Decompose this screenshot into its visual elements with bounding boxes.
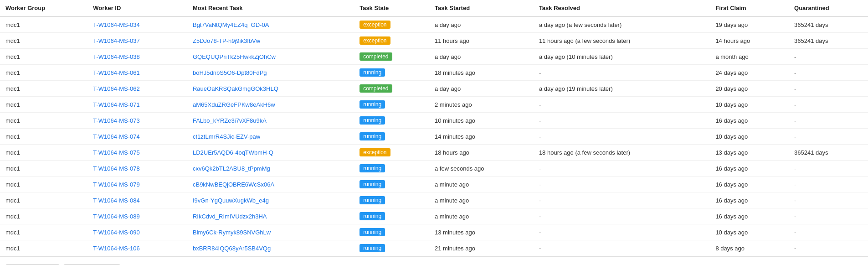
cell-most-recent-task[interactable]: FALbo_kYRZe3i7vXF8u9kA <box>187 113 354 129</box>
task-state-badge: exception <box>360 148 390 156</box>
cell-quarantined: - <box>789 177 868 192</box>
cell-worker-id[interactable]: T-W1064-MS-075 <box>87 145 187 161</box>
cell-first-claim: 24 days ago <box>710 65 789 81</box>
cell-worker-id[interactable]: T-W1064-MS-061 <box>87 65 187 81</box>
worker-id-link[interactable]: T-W1064-MS-089 <box>93 213 140 220</box>
cell-first-claim: 13 days ago <box>710 145 789 161</box>
cell-worker-id[interactable]: T-W1064-MS-038 <box>87 49 187 65</box>
task-link[interactable]: GQEQUQPriTk25HwkkZjOhCw <box>193 53 276 60</box>
cell-most-recent-task[interactable]: Bgt7VaNtQMy4EZ4q_GD-0A <box>187 16 354 33</box>
cell-worker-group: mdc1 <box>0 129 87 145</box>
cell-task-started: 13 minutes ago <box>429 224 534 240</box>
cell-first-claim: 16 days ago <box>710 177 789 192</box>
cell-task-started: a day ago <box>429 16 534 33</box>
cell-task-started: a few seconds ago <box>429 161 534 177</box>
worker-id-link[interactable]: T-W1064-MS-038 <box>93 53 140 60</box>
cell-task-state: completed <box>354 81 429 97</box>
cell-first-claim: 16 days ago <box>710 208 789 224</box>
cell-quarantined: 365241 days <box>789 145 868 161</box>
task-link[interactable]: I9vGn-YgQuuwXugkWb_e4g <box>193 197 269 204</box>
col-header-quarantined: Quarantined <box>789 0 868 16</box>
cell-worker-group: mdc1 <box>0 145 87 161</box>
cell-worker-group: mdc1 <box>0 65 87 81</box>
task-link[interactable]: RaueOaKRSQakGmgGOk3HLQ <box>193 85 278 92</box>
cell-most-recent-task[interactable]: RaueOaKRSQakGmgGOk3HLQ <box>187 81 354 97</box>
cell-worker-id[interactable]: T-W1064-MS-074 <box>87 129 187 145</box>
cell-most-recent-task[interactable]: I9vGn-YgQuuwXugkWb_e4g <box>187 192 354 208</box>
worker-id-link[interactable]: T-W1064-MS-078 <box>93 165 140 172</box>
cell-worker-id[interactable]: T-W1064-MS-106 <box>87 240 187 256</box>
cell-worker-id[interactable]: T-W1064-MS-037 <box>87 33 187 49</box>
task-state-badge: running <box>360 68 385 77</box>
worker-id-link[interactable]: T-W1064-MS-074 <box>93 133 140 140</box>
worker-id-link[interactable]: T-W1064-MS-106 <box>93 245 140 252</box>
cell-first-claim: 14 hours ago <box>710 33 789 49</box>
cell-worker-id[interactable]: T-W1064-MS-089 <box>87 208 187 224</box>
cell-task-resolved: a day ago (10 minutes later) <box>534 49 710 65</box>
task-link[interactable]: Z5DJo78-TP-h9j9ik3fbVw <box>193 37 260 44</box>
cell-task-resolved: - <box>534 97 710 113</box>
worker-id-link[interactable]: T-W1064-MS-075 <box>93 149 140 156</box>
cell-worker-id[interactable]: T-W1064-MS-078 <box>87 161 187 177</box>
cell-worker-id[interactable]: T-W1064-MS-062 <box>87 81 187 97</box>
worker-id-link[interactable]: T-W1064-MS-071 <box>93 101 140 108</box>
cell-task-resolved: - <box>534 224 710 240</box>
task-state-badge: running <box>360 132 385 140</box>
cell-task-state: running <box>354 208 429 224</box>
task-link[interactable]: FALbo_kYRZe3i7vXF8u9kA <box>193 117 267 124</box>
cell-quarantined: - <box>789 240 868 256</box>
cell-worker-id[interactable]: T-W1064-MS-034 <box>87 16 187 33</box>
worker-id-link[interactable]: T-W1064-MS-084 <box>93 197 140 204</box>
cell-worker-group: mdc1 <box>0 49 87 65</box>
cell-most-recent-task[interactable]: boHJ5dnbS5O6-Dpt80FdPg <box>187 65 354 81</box>
cell-worker-id[interactable]: T-W1064-MS-079 <box>87 177 187 192</box>
worker-id-link[interactable]: T-W1064-MS-090 <box>93 229 140 236</box>
task-link[interactable]: Bimy6Ck-Rymyk89SNVGhLw <box>193 229 271 236</box>
cell-first-claim: 10 days ago <box>710 129 789 145</box>
task-link[interactable]: bxBRR84IQQ68yAr5SB4VQg <box>193 245 271 252</box>
worker-id-link[interactable]: T-W1064-MS-061 <box>93 69 140 76</box>
cell-worker-group: mdc1 <box>0 33 87 49</box>
cell-most-recent-task[interactable]: GQEQUQPriTk25HwkkZjOhCw <box>187 49 354 65</box>
worker-id-link[interactable]: T-W1064-MS-079 <box>93 181 140 188</box>
worker-id-link[interactable]: T-W1064-MS-037 <box>93 37 140 44</box>
cell-most-recent-task[interactable]: LD2UEr5AQD6-4oqTWbmH-Q <box>187 145 354 161</box>
cell-quarantined: - <box>789 113 868 129</box>
cell-task-resolved: - <box>534 161 710 177</box>
cell-worker-id[interactable]: T-W1064-MS-073 <box>87 113 187 129</box>
worker-id-link[interactable]: T-W1064-MS-034 <box>93 21 140 28</box>
cell-task-state: exception <box>354 145 429 161</box>
cell-task-state: exception <box>354 16 429 33</box>
task-state-badge: exception <box>360 21 390 29</box>
worker-id-link[interactable]: T-W1064-MS-073 <box>93 117 140 124</box>
cell-worker-id[interactable]: T-W1064-MS-084 <box>87 192 187 208</box>
table-row: mdc1T-W1064-MS-071aM65XduZRGeFPKw8eAkH6w… <box>0 97 868 113</box>
task-link[interactable]: Bgt7VaNtQMy4EZ4q_GD-0A <box>193 21 269 28</box>
task-link[interactable]: cB9kNwBEQjOBRE6WcSx06A <box>193 181 274 188</box>
cell-most-recent-task[interactable]: Bimy6Ck-Rymyk89SNVGhLw <box>187 224 354 240</box>
cell-task-started: a minute ago <box>429 192 534 208</box>
col-header-worker-group: Worker Group <box>0 0 87 16</box>
cell-first-claim: 10 days ago <box>710 97 789 113</box>
cell-most-recent-task[interactable]: RIkCdvd_RImIVUdzx2h3HA <box>187 208 354 224</box>
cell-most-recent-task[interactable]: bxBRR84IQQ68yAr5SB4VQg <box>187 240 354 256</box>
task-link[interactable]: LD2UEr5AQD6-4oqTWbmH-Q <box>193 149 273 156</box>
table-row: mdc1T-W1064-MS-061boHJ5dnbS5O6-Dpt80FdPg… <box>0 65 868 81</box>
cell-most-recent-task[interactable]: Z5DJo78-TP-h9j9ik3fbVw <box>187 33 354 49</box>
cell-worker-id[interactable]: T-W1064-MS-071 <box>87 97 187 113</box>
cell-first-claim: 10 days ago <box>710 224 789 240</box>
task-link[interactable]: cxv6Qk2bTL2ABU8_tPpmMg <box>193 165 270 172</box>
task-link[interactable]: RIkCdvd_RImIVUdzx2h3HA <box>193 213 267 220</box>
cell-worker-id[interactable]: T-W1064-MS-090 <box>87 224 187 240</box>
cell-most-recent-task[interactable]: aM65XduZRGeFPKw8eAkH6w <box>187 97 354 113</box>
task-link[interactable]: boHJ5dnbS5O6-Dpt80FdPg <box>193 69 267 76</box>
cell-most-recent-task[interactable]: cxv6Qk2bTL2ABU8_tPpmMg <box>187 161 354 177</box>
task-state-badge: completed <box>360 84 392 93</box>
worker-id-link[interactable]: T-W1064-MS-062 <box>93 85 140 92</box>
cell-most-recent-task[interactable]: cB9kNwBEQjOBRE6WcSx06A <box>187 177 354 192</box>
col-header-task-state: Task State <box>354 0 429 16</box>
cell-most-recent-task[interactable]: ct1ztLmrR4SJic-EZV-paw <box>187 129 354 145</box>
task-link[interactable]: aM65XduZRGeFPKw8eAkH6w <box>193 101 275 108</box>
task-link[interactable]: ct1ztLmrR4SJic-EZV-paw <box>193 133 260 140</box>
table-row: mdc1T-W1064-MS-038GQEQUQPriTk25HwkkZjOhC… <box>0 49 868 65</box>
